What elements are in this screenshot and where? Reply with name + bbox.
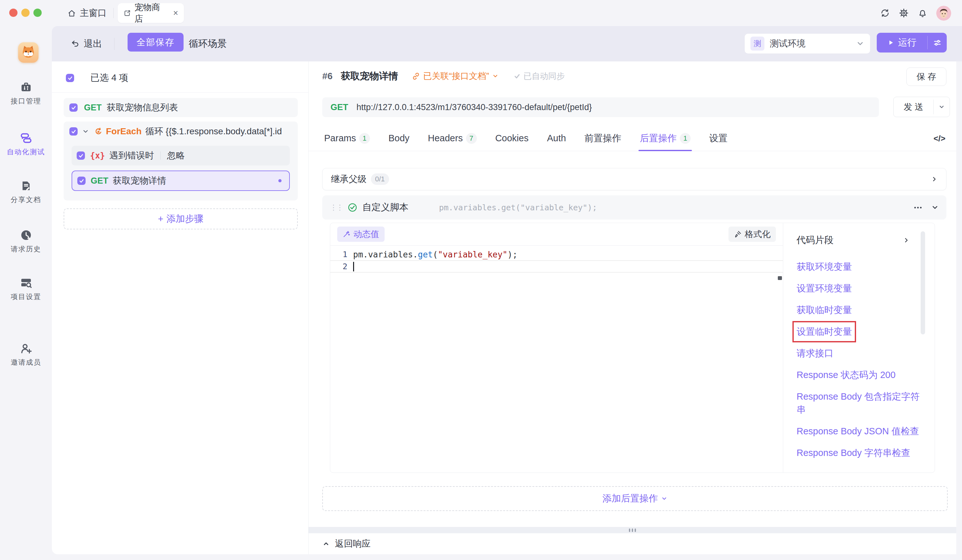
close-tab-icon[interactable]: ×: [173, 9, 178, 18]
drag-handle-icon[interactable]: ⋮⋮: [330, 203, 343, 211]
tab-body[interactable]: Body: [389, 126, 409, 151]
format-label: 格式化: [745, 228, 770, 240]
run-button[interactable]: 运行: [877, 33, 947, 53]
snippet-response-body-contains[interactable]: Response Body 包含指定字符串: [797, 390, 921, 416]
format-button[interactable]: 格式化: [728, 226, 776, 242]
project-logo[interactable]: [18, 42, 39, 63]
method-select[interactable]: GET: [331, 102, 348, 112]
sidebar-item-project-settings[interactable]: 项目设置: [0, 277, 52, 302]
tab-main-window[interactable]: 主窗口: [68, 6, 107, 20]
step-checkbox[interactable]: [77, 177, 86, 185]
tab-auth[interactable]: Auth: [547, 126, 566, 151]
tab-headers[interactable]: Headers 7: [428, 126, 477, 151]
bell-icon[interactable]: [918, 8, 927, 18]
sync-icon[interactable]: [880, 8, 890, 18]
save-all-button[interactable]: 全部保存: [128, 33, 184, 52]
foreach-header[interactable]: ForEach 循环 {{$.1.response.body.data[*].i…: [64, 121, 298, 141]
code-view-icon[interactable]: </>: [933, 126, 946, 151]
sidebar-item-invite-members[interactable]: 邀请成员: [0, 342, 52, 367]
snippet-response-body-string-check[interactable]: Response Body 字符串检查: [797, 446, 921, 460]
snippet-set-temp-var[interactable]: 设置临时变量: [797, 325, 921, 338]
auto-sync-status: 已自动同步: [514, 71, 565, 82]
send-button[interactable]: 发 送: [893, 97, 950, 117]
snippet-set-env-var[interactable]: 设置环境变量: [797, 282, 921, 295]
code-snippets-panel: 代码片段 获取环境变量 设置环境变量 获取临时变量 设置临时变量 请求接口 Re…: [783, 223, 935, 473]
add-post-operation-button[interactable]: 添加后置操作: [322, 486, 947, 511]
send-label[interactable]: 发 送: [894, 97, 933, 117]
select-all-checkbox[interactable]: [66, 74, 74, 82]
unsaved-dot: [278, 179, 282, 182]
linked-doc-dropdown[interactable]: 已关联“接口文档”: [412, 70, 499, 82]
window-titlebar: 主窗口 宠物商店 ×: [0, 0, 962, 26]
tab-badge: 1: [680, 133, 691, 144]
step-checkbox[interactable]: [77, 152, 85, 160]
sidebar-item-share-docs[interactable]: 分享文档: [0, 180, 52, 205]
run-main[interactable]: 运行: [877, 33, 927, 53]
response-label: 返回响应: [335, 538, 371, 550]
run-settings-button[interactable]: [928, 33, 947, 53]
minimize-window-icon[interactable]: [21, 9, 30, 17]
snippet-response-body-json-check[interactable]: Response Body JSON 值检查: [797, 425, 921, 438]
code-line[interactable]: 1 pm.variables.get("variable_key");: [330, 249, 783, 260]
dynamic-value-button[interactable]: 动态值: [337, 226, 385, 242]
save-button[interactable]: 保 存: [906, 68, 946, 86]
tab-cookies[interactable]: Cookies: [496, 126, 529, 151]
custom-script-header[interactable]: ⋮⋮ 自定义脚本 pm.variables.get("variable_key"…: [322, 195, 946, 219]
close-window-icon[interactable]: [9, 9, 18, 17]
collapse-chevron-icon[interactable]: [931, 203, 939, 211]
step-get-pet-detail[interactable]: GET 获取宠物详情: [72, 171, 290, 191]
enabled-check-icon[interactable]: [348, 203, 357, 212]
exit-button[interactable]: 退出: [71, 26, 102, 61]
snippet-get-env-var[interactable]: 获取环境变量: [797, 260, 921, 273]
code-line-active[interactable]: 2: [330, 260, 783, 273]
step-title: 获取宠物详情: [113, 175, 166, 187]
snippet-response-status-200[interactable]: Response 状态码为 200: [797, 368, 921, 381]
snippet-get-temp-var[interactable]: 获取临时变量: [797, 303, 921, 316]
chevron-right-icon[interactable]: [903, 237, 910, 244]
tab-post-operations[interactable]: 后置操作 1: [640, 126, 691, 151]
more-actions-icon[interactable]: [914, 207, 922, 208]
url-input[interactable]: http://127.0.0.1:4523/m1/3760340-3391760…: [357, 102, 592, 112]
snippet-request-api[interactable]: 请求接口: [797, 347, 921, 360]
code-editor[interactable]: 动态值 格式化 1 pm.variables.get("variable_key…: [330, 223, 783, 473]
tab-params[interactable]: Params 1: [324, 126, 370, 151]
send-options-button[interactable]: [934, 97, 950, 117]
auto-sync-label: 已自动同步: [523, 71, 565, 82]
chevron-up-icon: [323, 540, 329, 547]
step-foreach[interactable]: ForEach 循环 {{$.1.response.body.data[*].i…: [64, 121, 298, 200]
steps-panel: 已选 4 项 GET 获取宠物信息列表 ForEach 循环 {{$.1.res…: [52, 61, 308, 554]
line-number: 1: [330, 250, 347, 259]
code-area[interactable]: 1 pm.variables.get("variable_key"); 2: [330, 245, 783, 473]
response-collapse-bar[interactable]: 返回响应: [308, 533, 956, 554]
avatar[interactable]: [936, 6, 951, 21]
chevron-down-icon[interactable]: [82, 128, 89, 135]
request-editor: #6 获取宠物详情 已关联“接口文档” 已自动同步 保 存 GET http:/…: [308, 61, 956, 554]
sidebar-item-request-history[interactable]: 请求历史: [0, 229, 52, 254]
highlight-annotation[interactable]: 设置临时变量: [797, 325, 852, 338]
play-icon: [888, 39, 894, 46]
step-on-error[interactable]: {x} 遇到错误时 忽略: [72, 146, 290, 165]
fox-logo-icon: [20, 44, 37, 61]
resize-gutter[interactable]: [308, 527, 956, 533]
tab-settings[interactable]: 设置: [709, 126, 728, 151]
scrollbar-thumb[interactable]: [921, 231, 925, 334]
gear-icon[interactable]: [899, 8, 909, 18]
tab-pre-operations[interactable]: 前置操作: [584, 126, 621, 151]
add-step-button[interactable]: + 添加步骤: [64, 208, 298, 229]
history-clock-icon: [20, 229, 32, 241]
step-checkbox[interactable]: [69, 127, 77, 136]
sidebar-item-auto-test[interactable]: 自动化测试: [0, 132, 52, 157]
step-checkbox[interactable]: [69, 103, 77, 112]
step-title: 获取宠物信息列表: [107, 102, 178, 114]
sidebar-item-api-management[interactable]: 接口管理: [0, 81, 52, 106]
chevron-down-icon: [938, 104, 945, 110]
add-post-operation-label: 添加后置操作: [602, 492, 658, 505]
url-bar[interactable]: GET http://127.0.0.1:4523/m1/3760340-339…: [322, 97, 879, 117]
step-get-pet-list[interactable]: GET 获取宠物信息列表: [64, 98, 298, 117]
tab-pet-store[interactable]: 宠物商店 ×: [118, 3, 184, 23]
zoom-window-icon[interactable]: [34, 9, 42, 17]
inherit-parent-card[interactable]: 继承父级 0/1: [322, 168, 946, 190]
traffic-lights[interactable]: [9, 9, 42, 17]
environment-select[interactable]: 测 测试环境: [745, 34, 870, 53]
selected-summary: 已选 4 项: [90, 72, 128, 84]
